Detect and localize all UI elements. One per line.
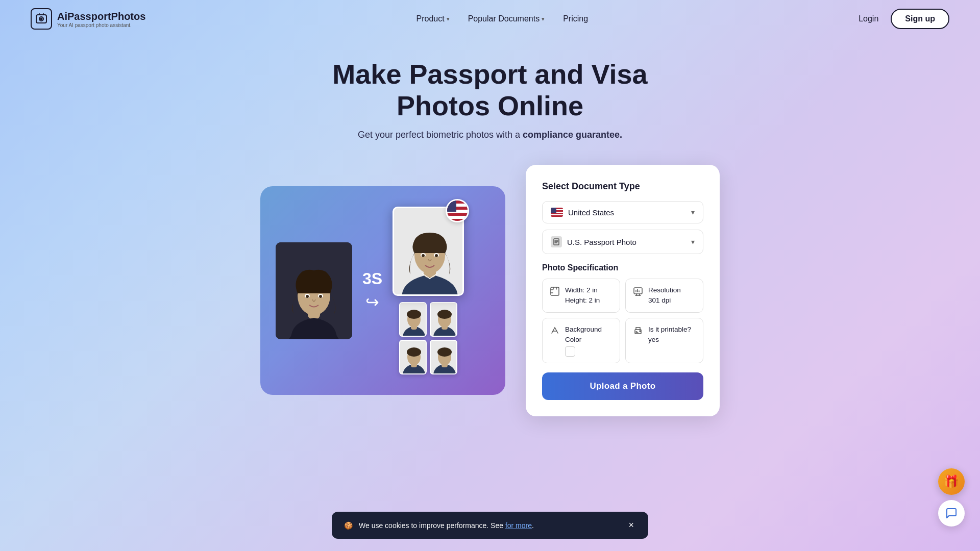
nav-actions: Login Sign up [859,9,949,29]
dimensions-text: Width: 2 in Height: 2 in [565,285,600,306]
dimensions-icon [550,286,560,299]
us-flag-art [447,201,468,221]
document-chevron-icon: ▾ [691,238,695,246]
logo-text: AiPassportPhotos Your AI passport photo … [57,10,145,28]
svg-point-10 [306,295,309,298]
nav-login[interactable]: Login [859,14,878,23]
photo-spec-label: Photo Specification [542,263,703,272]
nav-popular-documents[interactable]: Popular Documents ▾ [468,14,545,23]
popular-docs-chevron-icon: ▾ [542,16,545,22]
cookie-text: We use cookies to improve performance. S… [359,521,620,530]
form-card: Select Document Type United States ▾ [526,165,720,416]
printable-icon [633,325,643,338]
document-select-left: U.S. Passport Photo [551,236,636,247]
country-select[interactable]: United States ▾ [542,201,703,223]
specs-grid: Width: 2 in Height: 2 in [542,279,703,363]
signup-button[interactable]: Sign up [891,9,949,29]
document-type-icon [551,236,562,247]
country-value: United States [568,208,614,217]
svg-point-11 [319,295,322,298]
form-title: Select Document Type [542,181,703,192]
bg-color-text: Background Color [565,324,612,357]
thumb-photo-3 [399,340,427,374]
cookie-icon: 🍪 [344,521,353,530]
photo-demo-inner: 3S ↪ [276,207,490,374]
nav-product[interactable]: Product ▾ [416,14,449,23]
svg-point-2 [41,18,42,20]
us-flag-small [551,208,563,217]
country-chevron-icon: ▾ [691,208,695,216]
spec-dimensions: Width: 2 in Height: 2 in [542,279,620,313]
cookie-link[interactable]: for more [505,521,532,530]
logo-icon [31,8,52,30]
hero-title: Make Passport and Visa Photos Online [286,58,694,121]
document-value: U.S. Passport Photo [567,238,636,246]
resolution-icon [633,286,643,299]
after-section [393,207,464,374]
logo-subtitle: Your AI passport photo assistant. [57,22,145,28]
timer-label: 3S [362,269,382,288]
cookie-close-button[interactable]: × [626,520,636,531]
us-flag-canton [447,201,456,212]
upload-photo-button[interactable]: Upload a Photo [542,372,703,400]
photo-demo-card: 3S ↪ [260,186,505,395]
printable-text: Is it printable? yes [648,324,691,345]
svg-point-32 [407,347,421,357]
logo-title: AiPassportPhotos [57,10,145,22]
navbar: AiPassportPhotos Your AI passport photo … [0,0,980,38]
us-flag-small-canton [551,208,556,213]
us-flag-badge [446,199,469,222]
bg-color-swatch [565,346,575,357]
thumb-photo-2 [430,302,457,337]
hero-section: Make Passport and Visa Photos Online Get… [0,38,980,140]
svg-point-57 [640,331,641,332]
thumb-photo-4 [430,340,457,374]
country-select-left: United States [551,208,614,217]
spec-resolution: Resolution 301 dpi [625,279,703,313]
chat-button[interactable] [938,500,965,527]
product-chevron-icon: ▾ [447,16,450,22]
arrow-icon: ↪ [365,292,379,312]
svg-rect-41 [551,287,559,295]
svg-point-20 [435,254,438,257]
logo-link[interactable]: AiPassportPhotos Your AI passport photo … [31,8,145,30]
before-photo-art [276,242,352,339]
svg-point-24 [407,310,421,319]
thumbnail-grid [399,302,457,374]
svg-point-19 [422,254,425,257]
cookie-banner: 🍪 We use cookies to improve performance.… [332,512,648,539]
document-select[interactable]: U.S. Passport Photo ▾ [542,230,703,254]
before-photo [276,242,352,339]
nav-pricing[interactable]: Pricing [563,14,588,23]
bg-color-icon [550,325,560,338]
arrow-section: 3S ↪ [362,269,382,312]
svg-point-28 [437,310,452,319]
spec-printable: Is it printable? yes [625,318,703,364]
main-content: 3S ↪ [184,165,796,447]
nav-links: Product ▾ Popular Documents ▾ Pricing [416,14,588,23]
gift-button[interactable]: 🎁 [938,468,965,495]
thumb-photo-1 [399,302,427,337]
resolution-text: Resolution 301 dpi [648,285,681,306]
spec-background-color: Background Color [542,318,620,364]
country-select-wrapper: United States ▾ [542,201,703,223]
document-select-wrapper: U.S. Passport Photo ▾ [542,230,703,254]
hero-subtitle: Get your perfect biometric photos with a… [10,130,970,140]
svg-point-36 [437,347,452,357]
svg-rect-46 [634,288,642,294]
